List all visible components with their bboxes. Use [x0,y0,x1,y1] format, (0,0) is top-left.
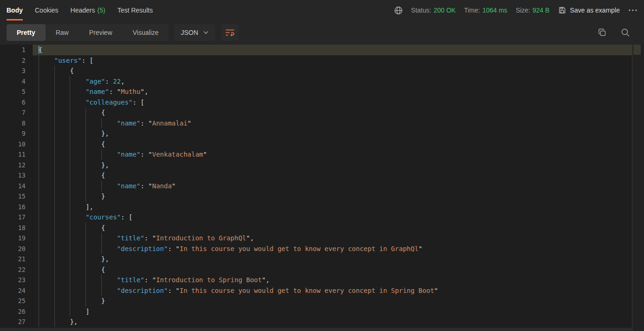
code-line[interactable]: 2 "users": [ [0,55,632,66]
wrap-line-button[interactable] [222,24,238,41]
code-text: }, [33,160,632,171]
code-line[interactable]: 7 { [0,107,632,118]
horizontal-scrollbar-area[interactable] [0,328,632,331]
code-line[interactable]: 16 ], [0,202,632,212]
code-lines: 1{2 "users": [3 {4 "age": 22,5 "name": "… [0,45,632,327]
indent-guide [54,317,55,327]
line-number: 8 [0,118,33,129]
tab-headers[interactable]: Headers (5) [71,0,105,20]
indent-guide [39,149,39,160]
line-number: 4 [0,76,33,87]
line-number: 14 [0,181,33,192]
code-line[interactable]: 9 }, [0,128,632,139]
indent-guide [101,149,102,160]
tab-body[interactable]: Body [7,0,23,20]
response-size[interactable]: Size: 924 B [516,7,550,14]
indent-guide [70,254,70,265]
status-code[interactable]: Status: 200 OK [411,7,456,14]
tab-cookies[interactable]: Cookies [35,0,59,20]
more-options-icon[interactable] [628,9,637,12]
code-line[interactable]: 25 } [0,296,632,306]
code-text: }, [33,317,632,327]
code-line[interactable]: 17 "courses": [ [0,212,632,223]
indent-guide [39,191,39,202]
indent-guide [39,97,39,108]
indent-guide [39,306,39,317]
indent-guide [70,107,70,118]
code-line[interactable]: 6 "colleagues": [ [0,97,632,108]
indent-guide [39,76,39,87]
indent-guide [70,296,70,306]
indent-guide [85,170,86,181]
code-line[interactable]: 4 "age": 22, [0,76,632,87]
code-line[interactable]: 19 "title": "Introduction to GraphQl", [0,233,632,244]
code-line[interactable]: 5 "name": "Muthu", [0,86,632,97]
line-number: 1 [0,45,33,55]
search-icon[interactable] [621,28,630,37]
indent-guide [39,139,39,150]
response-time[interactable]: Time: 1064 ms [464,7,507,14]
indent-guide [85,265,86,275]
code-line[interactable]: 27 }, [0,317,632,327]
indent-guide [70,233,70,244]
chevron-down-icon [203,31,209,34]
save-as-example-label: Save as example [570,7,620,14]
code-text: "name": "Muthu", [33,86,632,97]
wrap-line-icon [225,29,235,36]
indent-guide [54,265,55,275]
line-number: 21 [0,254,33,265]
view-raw-button[interactable]: Raw [46,24,79,41]
code-line[interactable]: 3 { [0,66,632,76]
indent-guide [54,97,55,108]
indent-guide [54,296,55,306]
response-body-editor[interactable]: 1{2 "users": [3 {4 "age": 22,5 "name": "… [0,45,644,331]
code-text: { [33,45,632,55]
code-line[interactable]: 13 { [0,170,632,181]
code-line[interactable]: 22 { [0,265,632,275]
code-line[interactable]: 24 "description": "In this course you wo… [0,285,632,296]
indent-guide [70,275,70,285]
code-text: ], [33,202,632,212]
response-view-switcher: Pretty Raw Preview Visualize [7,24,169,41]
line-number: 12 [0,160,33,171]
tab-test-results[interactable]: Test Results [118,0,153,20]
indent-guide [101,275,102,285]
view-visualize-button[interactable]: Visualize [123,24,169,41]
code-line[interactable]: 26 ] [0,306,632,317]
code-line[interactable]: 23 "title": "Introduction to Spring Boot… [0,275,632,285]
code-text: { [33,170,632,181]
save-as-example-button[interactable]: Save as example [558,6,620,14]
indent-guide [70,170,70,181]
format-dropdown[interactable]: JSON [174,24,215,41]
view-preview-button[interactable]: Preview [79,24,123,41]
code-line[interactable]: 21 }, [0,254,632,265]
line-number: 11 [0,149,33,160]
indent-guide [70,191,70,202]
status-value: 200 OK [434,7,455,14]
code-line[interactable]: 20 "description": "In this course you wo… [0,244,632,254]
code-line[interactable]: 18 { [0,223,632,233]
line-number: 23 [0,275,33,285]
indent-guide [101,285,102,296]
vertical-scrollbar[interactable] [632,45,644,331]
indent-guide [54,160,55,171]
indent-guide [85,181,86,192]
code-line[interactable]: 15 } [0,191,632,202]
code-line[interactable]: 14 "name": "Nanda" [0,181,632,192]
code-line[interactable]: 8 "name": "Annamalai" [0,118,632,129]
code-text: "title": "Introduction to GraphQl", [33,233,632,244]
code-line[interactable]: 10 { [0,139,632,150]
indent-guide [39,317,39,327]
code-line[interactable]: 12 }, [0,160,632,171]
indent-guide [39,160,39,171]
view-pretty-button[interactable]: Pretty [7,24,46,41]
indent-guide [54,139,55,150]
code-line[interactable]: 1{ [0,45,632,55]
copy-icon[interactable] [598,28,607,37]
line-number: 26 [0,306,33,317]
code-text: "users": [ [33,55,632,66]
indent-guide [70,244,70,254]
code-line[interactable]: 11 "name": "Venkatachalam" [0,149,632,160]
indent-guide [54,202,55,212]
globe-icon[interactable] [394,6,403,15]
